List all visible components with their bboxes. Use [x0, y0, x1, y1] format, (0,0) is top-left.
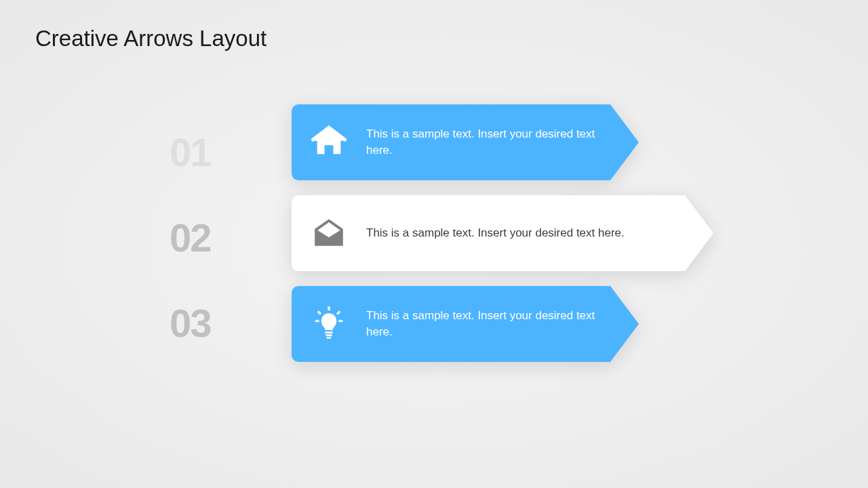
arrow-text: This is a sample text. Insert your desir… — [366, 126, 610, 159]
step-number-1: 01 — [170, 133, 211, 172]
envelope-open-icon — [292, 216, 366, 250]
lightbulb-icon — [292, 306, 366, 342]
step-number-2: 02 — [170, 218, 211, 258]
number-column: 01 02 03 — [170, 133, 211, 389]
arrow-shape: This is a sample text. Insert your desir… — [292, 104, 610, 180]
svg-rect-7 — [336, 310, 340, 314]
svg-rect-5 — [338, 320, 342, 322]
svg-rect-3 — [328, 306, 330, 310]
svg-rect-6 — [317, 310, 321, 314]
svg-rect-0 — [325, 331, 332, 333]
house-icon — [292, 125, 366, 160]
svg-rect-4 — [315, 320, 319, 322]
svg-rect-2 — [327, 337, 332, 338]
arrow-item-3: This is a sample text. Insert your desir… — [292, 286, 685, 362]
arrow-text: This is a sample text. Insert your desir… — [366, 308, 610, 340]
page-title: Creative Arrows Layout — [35, 26, 267, 52]
arrow-shape: This is a sample text. Insert your desir… — [292, 195, 685, 271]
arrow-list: This is a sample text. Insert your desir… — [292, 104, 685, 377]
svg-rect-1 — [326, 334, 332, 336]
arrow-shape: This is a sample text. Insert your desir… — [292, 286, 610, 362]
step-number-3: 03 — [170, 304, 211, 343]
arrow-item-2: This is a sample text. Insert your desir… — [292, 195, 685, 271]
arrow-item-1: This is a sample text. Insert your desir… — [292, 104, 685, 180]
arrow-text: This is a sample text. Insert your desir… — [366, 225, 638, 241]
